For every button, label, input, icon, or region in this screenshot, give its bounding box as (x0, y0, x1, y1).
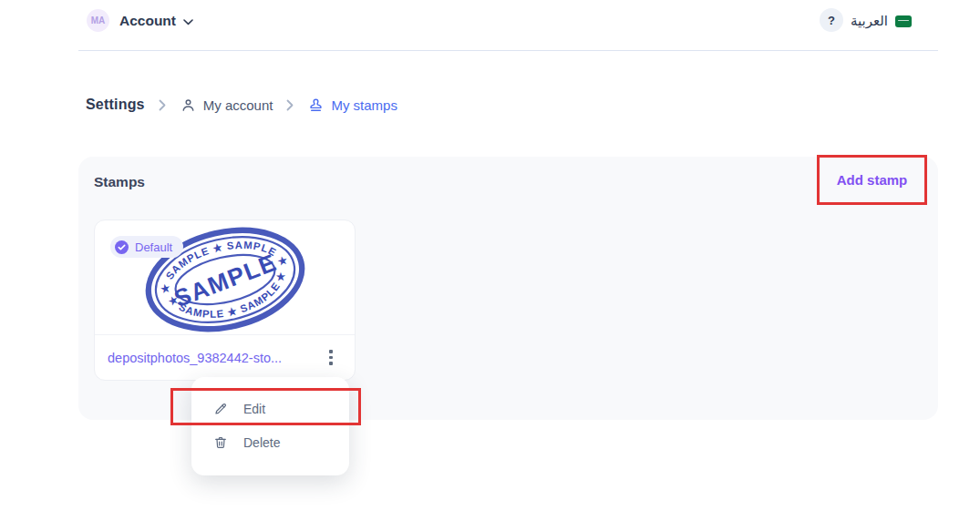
stamp-filename-link[interactable]: depositphotos_9382442-sto... (108, 351, 320, 365)
breadcrumb-settings: Settings (86, 97, 145, 113)
stamp-icon (308, 97, 324, 113)
breadcrumb-my-stamps[interactable]: My stamps (308, 97, 397, 113)
question-mark-icon: ? (828, 14, 835, 27)
breadcrumb-my-stamps-label: My stamps (331, 97, 397, 113)
saudi-flag-icon (895, 15, 912, 27)
check-circle-icon (115, 240, 129, 254)
breadcrumb-my-account[interactable]: My account (181, 97, 273, 113)
add-stamp-annotation: Add stamp (817, 155, 927, 205)
stamp-card: ★ SAMPLE ★ SAMPLE ★ ★ SAMPLE ★ SAMPLE ★ … (94, 220, 356, 381)
menu-item-delete-label: Delete (243, 435, 280, 450)
account-dropdown[interactable]: Account (119, 10, 193, 32)
trash-icon (213, 435, 228, 450)
breadcrumb: Settings My account My stamps (86, 93, 397, 117)
sample-stamp-image: ★ SAMPLE ★ SAMPLE ★ ★ SAMPLE ★ SAMPLE ★ … (132, 207, 319, 352)
kebab-menu-icon[interactable] (320, 347, 342, 369)
chevron-right-icon (286, 99, 294, 111)
user-icon (181, 97, 196, 113)
account-label: Account (119, 13, 176, 29)
section-title: Stamps (94, 174, 145, 190)
breadcrumb-my-account-label: My account (203, 97, 273, 113)
add-stamp-button[interactable]: Add stamp (837, 172, 908, 188)
default-badge: Default (110, 236, 183, 258)
stamp-card-footer: depositphotos_9382442-sto... (95, 334, 355, 380)
chevron-right-icon (159, 99, 167, 111)
menu-item-delete[interactable]: Delete (191, 425, 349, 459)
language-label: العربية (851, 13, 888, 29)
edit-annotation (170, 388, 361, 425)
language-switcher[interactable]: العربية (851, 12, 912, 30)
default-badge-label: Default (135, 240, 172, 254)
user-avatar[interactable]: MA (87, 9, 109, 32)
header-divider (78, 50, 938, 51)
help-button[interactable]: ? (820, 8, 843, 32)
chevron-down-icon (183, 13, 193, 29)
